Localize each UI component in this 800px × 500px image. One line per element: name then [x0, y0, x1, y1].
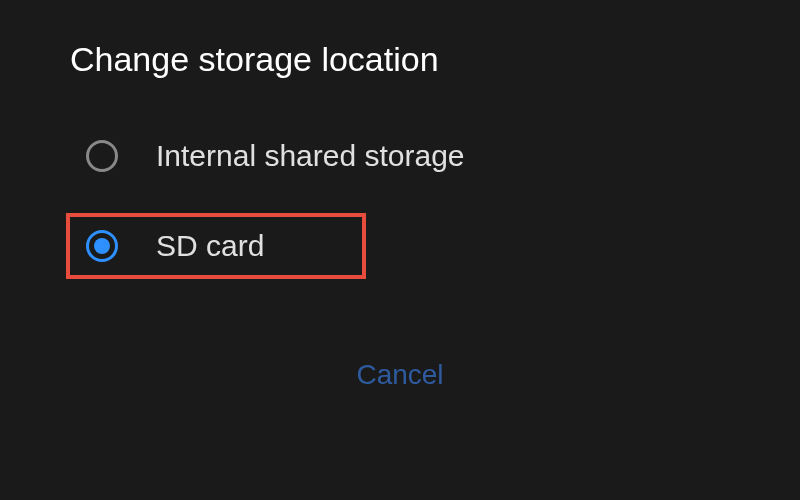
radio-icon [86, 140, 118, 172]
option-label: Internal shared storage [156, 139, 465, 173]
storage-location-dialog: Change storage location Internal shared … [0, 0, 800, 441]
radio-icon [86, 230, 118, 262]
option-list: Internal shared storage SD card [70, 129, 730, 279]
dialog-title: Change storage location [70, 40, 730, 79]
dialog-actions: Cancel [70, 349, 730, 401]
option-label: SD card [156, 229, 264, 263]
option-internal-storage[interactable]: Internal shared storage [70, 129, 730, 183]
radio-dot-icon [94, 238, 110, 254]
cancel-button[interactable]: Cancel [336, 349, 463, 401]
option-sd-card[interactable]: SD card [66, 213, 366, 279]
